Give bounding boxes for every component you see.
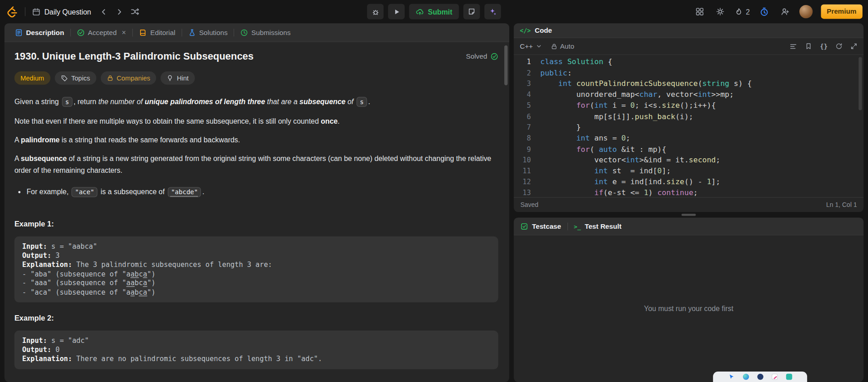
statement-paragraph: A subsequence of a string is a new strin… [15, 153, 498, 176]
floating-toolbar[interactable] [713, 372, 807, 382]
code-line[interactable]: 7 } [514, 122, 863, 133]
premium-button[interactable]: Premium [821, 5, 863, 19]
code-line[interactable]: 6 mp[s[i]].push_back(i); [514, 111, 863, 122]
code-line[interactable]: 1class Solution { [514, 56, 863, 67]
leetcode-logo-icon[interactable] [5, 5, 19, 18]
run-button[interactable] [388, 4, 405, 20]
topics-badge[interactable]: Topics [55, 71, 96, 85]
scrollbar[interactable] [858, 57, 862, 110]
tab-label: Submissions [251, 29, 291, 36]
code-line[interactable]: 3 int countPalindromicSubsequence(string… [514, 78, 863, 89]
random-question-button[interactable] [128, 5, 142, 19]
next-question-button[interactable] [112, 5, 127, 19]
app-window: Daily Question [0, 0, 868, 382]
settings-button[interactable] [714, 5, 727, 19]
solved-check-icon [491, 53, 498, 60]
code-line[interactable]: 11 int st = ind[0]; [514, 166, 863, 176]
timer-icon [759, 7, 769, 16]
line-number: 5 [514, 100, 540, 111]
code-line[interactable]: 9 for( auto &it : mp){ [514, 144, 863, 155]
flame-icon [735, 7, 743, 15]
code-text: int st = ind[0]; [540, 166, 671, 176]
tab-testcase[interactable]: Testcase [520, 222, 561, 230]
auto-save-indicator[interactable]: Auto [551, 42, 574, 50]
tab-divider [70, 29, 70, 36]
daily-question-button[interactable]: Daily Question [31, 7, 95, 15]
code-line[interactable]: 5 for(int i = 0; i<s.size();i++){ [514, 100, 863, 111]
streak-count-label: 2 [746, 7, 750, 15]
auto-label: Auto [560, 42, 574, 50]
panel-resizer[interactable] [514, 212, 863, 217]
code-line[interactable]: 13 if(e-st <= 1) continue; [514, 187, 863, 197]
lock-icon [107, 75, 114, 81]
invite-button[interactable] [778, 5, 791, 19]
hint-badge[interactable]: Hint [161, 71, 195, 85]
chevron-right-icon [115, 7, 123, 15]
language-selector[interactable]: C++ [520, 42, 542, 50]
code-line[interactable]: 12 int e = ind[ind.size() - 1]; [514, 176, 863, 187]
code-line[interactable]: 2public: [514, 67, 863, 78]
code-text: unordered_map<char, vector<int>>mp; [540, 89, 734, 100]
scrollbar[interactable] [504, 45, 507, 85]
topbar-center-group: Submit [367, 4, 501, 20]
browser-icon[interactable] [743, 374, 748, 380]
tab-test-result[interactable]: >_ Test Result [574, 222, 622, 230]
extension-icon[interactable] [757, 374, 763, 380]
problem-title: 1930. Unique Length-3 Palindromic Subseq… [15, 51, 254, 63]
premium-label: Premium [827, 8, 856, 15]
tab-divider [133, 29, 133, 36]
line-number: 4 [514, 89, 540, 100]
notes-button[interactable] [463, 4, 480, 20]
example-line: - "aca" (subsequence of "aabca") [22, 287, 491, 297]
submit-button[interactable]: Submit [409, 4, 459, 20]
shuffle-icon [130, 7, 139, 16]
right-column: </> Code C++ Auto [514, 23, 863, 382]
code-editor[interactable]: 1class Solution { 2public: 3 int countPa… [514, 55, 863, 197]
example-line: Output: 0 [22, 345, 491, 354]
example-line: - "aba" (subsequence of "aabca") [22, 269, 491, 278]
timer-button[interactable] [758, 5, 770, 19]
bookmark-icon [805, 43, 812, 50]
statement-paragraph: Given a string s, return the number of u… [15, 96, 498, 108]
tab-accepted[interactable]: Accepted × [72, 23, 131, 41]
code-line[interactable]: 8 int ans = 0; [514, 133, 863, 144]
code-line[interactable]: 4 unordered_map<char, vector<int>>mp; [514, 89, 863, 100]
solutions-flask-icon [188, 29, 196, 36]
topics-label: Topics [71, 74, 90, 82]
layout-button[interactable] [694, 5, 706, 19]
close-icon[interactable]: × [121, 28, 126, 36]
ai-assistant-button[interactable] [484, 4, 501, 20]
code-icon: </> [520, 27, 531, 34]
code-panel: </> Code C++ Auto [514, 23, 863, 212]
format-code-button[interactable] [789, 42, 797, 50]
code-text: class Solution { [540, 56, 612, 67]
code-tab-label[interactable]: Code [535, 26, 552, 34]
tab-label: Accepted [88, 29, 116, 36]
tab-editorial[interactable]: Editorial [134, 23, 180, 41]
tab-submissions[interactable]: Submissions [236, 23, 296, 41]
streak-counter[interactable]: 2 [735, 7, 750, 15]
cursor-icon[interactable] [728, 374, 734, 380]
tab-description[interactable]: Description [10, 23, 69, 41]
debugger-button[interactable] [367, 4, 384, 20]
companies-badge[interactable]: Companies [100, 71, 156, 85]
reset-code-button[interactable] [835, 43, 843, 50]
debugger-icon [371, 7, 379, 15]
bookmark-button[interactable] [805, 43, 812, 50]
difficulty-badge[interactable]: Medium [15, 71, 50, 85]
avatar[interactable] [799, 5, 812, 18]
pen-icon[interactable] [772, 374, 778, 380]
prev-question-button[interactable] [97, 5, 111, 19]
highlighter-icon[interactable] [786, 374, 792, 380]
code-line[interactable]: 10 vector<int>&ind = it.second; [514, 155, 863, 166]
fullscreen-button[interactable] [850, 43, 858, 50]
panel-resize-handle[interactable] [682, 214, 696, 216]
result-panel: Testcase >_ Test Result You must run you… [514, 217, 863, 382]
workspace: Description Accepted × Editorial [0, 23, 868, 382]
problem-description-body[interactable]: 1930. Unique Length-3 Palindromic Subseq… [5, 42, 509, 382]
expand-icon [850, 43, 858, 50]
test-result-body: You must run your code first [514, 235, 863, 382]
example-block: Input: s = "adc" Output: 0 Explanation: … [15, 331, 498, 369]
tab-solutions[interactable]: Solutions [183, 23, 233, 41]
line-number: 3 [514, 78, 540, 89]
